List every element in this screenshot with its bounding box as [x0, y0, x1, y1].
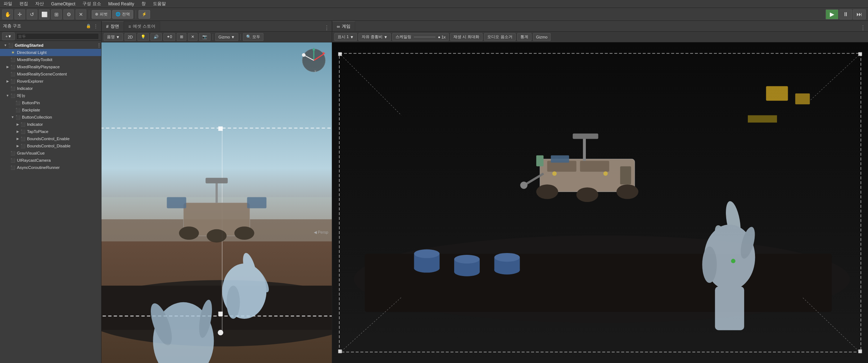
- hierarchy-content: ▼ ⬛ GettingStarted ⋮ ☀Directional Light⬛…: [0, 41, 101, 363]
- tree-arrow-14: ▶: [15, 144, 20, 148]
- svg-rect-54: [573, 133, 598, 139]
- svg-text:y: y: [315, 69, 316, 73]
- game-viewport[interactable]: [332, 42, 868, 363]
- scale-btn[interactable]: 스케일링 ● 1x: [392, 33, 449, 41]
- hierarchy-item-3[interactable]: ▶⬛MixedRealityPlayspace: [0, 63, 101, 70]
- scene-tabs-row: # 장면 ≡ 에셋 스토어 ⋮: [101, 21, 332, 32]
- hierarchy-item-16[interactable]: ⬛UIRaycastCamera: [0, 157, 101, 164]
- search-icon: 🔍: [246, 35, 251, 39]
- hierarchy-item-1[interactable]: ☀Directional Light: [0, 49, 101, 56]
- hierarchy-item-8[interactable]: ⬛ButtonPin: [0, 99, 101, 106]
- tool-move[interactable]: ✛: [14, 9, 25, 19]
- gizmo-dropdown[interactable]: Gizmo ▼: [215, 33, 238, 41]
- hierarchy-item-9[interactable]: ⬛Backplate: [0, 106, 101, 114]
- svg-rect-53: [583, 137, 586, 161]
- svg-point-19: [234, 226, 254, 240]
- scene-viewport[interactable]: y ◀ Persp: [101, 42, 332, 363]
- svg-point-81: [494, 253, 520, 262]
- tree-arrow-11: ▶: [15, 123, 20, 126]
- mode-dropdown[interactable]: 🔍 모두: [243, 33, 263, 41]
- svg-rect-49: [580, 161, 609, 171]
- hierarchy-panel: 계층 구조 🔒 ⋮ +▼ ▼ ⬛ GettingStarted ⋮ ☀Direc…: [0, 21, 101, 363]
- svg-rect-23: [247, 197, 267, 208]
- hierarchy-item-4[interactable]: ⬛MixedRealitySceneContent: [0, 70, 101, 78]
- root-more[interactable]: ⋮: [97, 43, 101, 48]
- menu-bar: 파일 편집 자산 GameObject 구성 요소 Mixed Reality …: [0, 0, 868, 8]
- tool-transform[interactable]: ⊞: [51, 9, 62, 19]
- menu-gameobject[interactable]: GameObject: [50, 1, 77, 7]
- shading-dropdown[interactable]: 음영 ▼: [104, 33, 123, 41]
- tree-icon-4: ⬛: [10, 71, 16, 77]
- render-button[interactable]: ✕: [188, 33, 198, 41]
- tree-label-2: MixedRealityToolkit: [17, 58, 52, 62]
- hierarchy-item-10[interactable]: ▼⬛ButtonCollection: [0, 114, 101, 121]
- add-object-button[interactable]: +▼: [2, 32, 15, 40]
- tree-icon-2: ⬛: [10, 57, 16, 63]
- menu-edit[interactable]: 편집: [18, 0, 30, 8]
- tree-label-13: BoundsControl_Enable: [27, 137, 69, 141]
- tool-hand[interactable]: ✋: [2, 9, 13, 19]
- svg-point-52: [616, 184, 638, 199]
- play-button[interactable]: ▶: [826, 9, 838, 19]
- tree-label-7: 메뉴: [17, 93, 26, 98]
- svg-point-14: [218, 330, 223, 335]
- tab-scene[interactable]: # 장면: [101, 21, 124, 31]
- tab-game[interactable]: ∞ 게임: [332, 21, 355, 31]
- global-icon: 🌐: [116, 12, 121, 17]
- menu-component[interactable]: 구성 요소: [81, 0, 102, 8]
- light-button[interactable]: 💡: [137, 33, 149, 41]
- display-dropdown[interactable]: 표시 1 ▼: [334, 33, 357, 41]
- tree-arrow-12: ▶: [15, 130, 20, 133]
- svg-point-18: [207, 229, 226, 243]
- tree-label-15: GravVisualCue: [17, 151, 45, 155]
- hierarchy-item-13[interactable]: ▶⬛BoundsControl_Enable: [0, 135, 101, 142]
- hierarchy-item-17[interactable]: ⬛AsyncCoroutineRunner: [0, 164, 101, 171]
- 2d-button[interactable]: 2D: [125, 33, 136, 41]
- hierarchy-item-7[interactable]: ▼⬛메뉴: [0, 92, 101, 99]
- tree-icon-3: ⬛: [10, 64, 16, 70]
- hierarchy-item-15[interactable]: ⬛GravVisualCue: [0, 150, 101, 157]
- global-button[interactable]: 🌐 전역: [112, 10, 133, 19]
- tool-cross[interactable]: ✕: [76, 9, 86, 19]
- snap-button[interactable]: ⚡: [139, 10, 150, 19]
- menu-file[interactable]: 파일: [2, 0, 14, 8]
- maximize-btn[interactable]: 재생 시 최대화: [450, 33, 483, 41]
- hierarchy-item-2[interactable]: ⬛MixedRealityToolkit: [0, 56, 101, 63]
- center-area: # 장면 ≡ 에셋 스토어 ⋮ 음영 ▼ 2D 💡 🔊 ✦0 ⊞: [101, 21, 868, 363]
- hierarchy-item-5[interactable]: ▶⬛RoverExplorer: [0, 78, 101, 85]
- camera-button[interactable]: 📷: [199, 33, 211, 41]
- tool-rect[interactable]: ⬜: [39, 9, 50, 19]
- hierarchy-item-11[interactable]: ▶⬛Indicator: [0, 121, 101, 128]
- tree-icon-7: ⬛: [10, 93, 16, 98]
- grid-button[interactable]: ⊞: [177, 33, 186, 41]
- tool-custom[interactable]: ⚙: [63, 9, 74, 19]
- hierarchy-search[interactable]: [16, 33, 99, 40]
- hierarchy-root[interactable]: ▼ ⬛ GettingStarted ⋮: [0, 42, 101, 49]
- stats-btn[interactable]: 통계: [517, 33, 532, 41]
- svg-rect-68: [715, 286, 744, 330]
- pivot-button[interactable]: ⊕ 피벗: [92, 10, 111, 19]
- audio-button[interactable]: 🔊: [150, 33, 162, 41]
- game-tabs-more[interactable]: ⋮: [858, 24, 868, 31]
- menu-help[interactable]: 도움말: [152, 0, 167, 8]
- step-button[interactable]: ⏭: [853, 9, 866, 19]
- hierarchy-item-12[interactable]: ▶⬛TapToPlace: [0, 128, 101, 135]
- fx-button[interactable]: ✦0: [163, 33, 175, 41]
- menu-mixed-reality[interactable]: Mixed Reality: [107, 1, 136, 7]
- mute-btn[interactable]: 오디오 음소거: [484, 33, 515, 41]
- tool-rotate[interactable]: ↺: [27, 9, 37, 19]
- tab-asset-store[interactable]: ≡ 에셋 스토어: [124, 21, 160, 31]
- game-gizmo-btn[interactable]: Gizmo: [533, 33, 551, 41]
- scene-gizmo: y: [299, 46, 328, 75]
- menu-window[interactable]: 창: [140, 0, 147, 8]
- aspect-dropdown[interactable]: 자유 종횡비 ▼: [358, 33, 391, 41]
- hierarchy-item-14[interactable]: ▶⬛BoundsControl_Disable: [0, 142, 101, 150]
- pause-button[interactable]: ⏸: [839, 9, 852, 19]
- menu-assets[interactable]: 자산: [34, 0, 45, 8]
- mode-label: 모두: [252, 34, 260, 40]
- hierarchy-more[interactable]: ⋮: [93, 23, 98, 29]
- svg-point-17: [179, 226, 199, 240]
- scene-tabs-more[interactable]: ⋮: [322, 24, 332, 31]
- lock-icon[interactable]: 🔒: [86, 24, 91, 28]
- hierarchy-item-6[interactable]: ⬛Indicator: [0, 85, 101, 92]
